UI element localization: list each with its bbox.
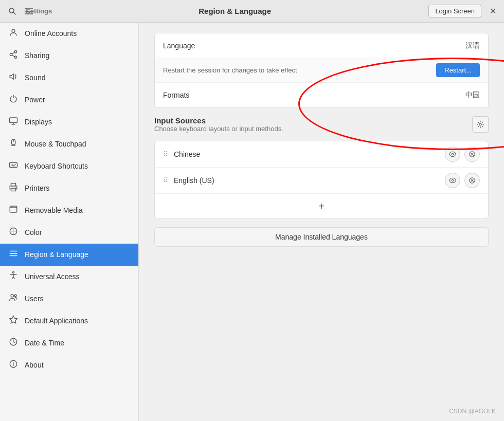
- sidebar-label-users: Users: [25, 295, 44, 303]
- manage-languages-button[interactable]: Manage Installed Languages: [154, 227, 489, 247]
- titlebar: Settings Region & Language Login Screen …: [0, 0, 504, 23]
- sidebar-item-sound[interactable]: Sound: [0, 67, 138, 89]
- sidebar-item-displays[interactable]: Displays: [0, 111, 138, 133]
- restart-row: Restart the session for changes to take …: [155, 58, 488, 83]
- sidebar-item-power[interactable]: Power: [0, 89, 138, 111]
- sharing-icon: [8, 50, 19, 61]
- sidebar-label-sharing: Sharing: [25, 51, 49, 60]
- sidebar-label-default-applications: Default Applications: [25, 317, 88, 325]
- svg-point-37: [479, 123, 481, 125]
- svg-marker-11: [10, 74, 14, 80]
- sidebar-item-printers[interactable]: Printers: [0, 177, 138, 199]
- sidebar-label-region-language: Region & Language: [25, 250, 88, 259]
- drag-handle-english[interactable]: ⠿: [163, 177, 168, 184]
- input-sources-subtitle: Choose keyboard layouts or input methods…: [154, 125, 472, 133]
- svg-point-38: [452, 153, 454, 155]
- language-card: Language 汉语 Restart the session for chan…: [154, 33, 489, 108]
- svg-point-8: [14, 56, 17, 59]
- svg-line-10: [12, 55, 15, 57]
- sound-icon: [8, 72, 19, 83]
- default-apps-icon: [8, 315, 19, 326]
- input-source-row-english: ⠿ English (US): [155, 168, 488, 194]
- svg-rect-24: [11, 188, 16, 191]
- input-sources-header: Input Sources Choose keyboard layouts or…: [154, 116, 489, 137]
- input-source-row-chinese: ⠿ Chinese: [155, 141, 488, 168]
- preview-english-button[interactable]: [445, 173, 460, 188]
- restart-text: Restart the session for changes to take …: [163, 66, 430, 74]
- sidebar-item-about[interactable]: About: [0, 354, 138, 376]
- sidebar-item-default-applications[interactable]: Default Applications: [0, 310, 138, 332]
- sidebar-label-online-accounts: Online Accounts: [25, 29, 77, 38]
- svg-point-5: [12, 29, 15, 32]
- mouse-icon: [8, 138, 19, 150]
- input-sources-header-container: Input Sources Choose keyboard layouts or…: [154, 116, 489, 137]
- close-icon-chinese: [469, 151, 476, 158]
- sidebar-label-universal-access: Universal Access: [25, 272, 80, 281]
- sidebar-item-sharing[interactable]: Sharing: [0, 45, 138, 67]
- sidebar-label-printers: Printers: [25, 184, 49, 192]
- formats-value: 中国: [465, 90, 480, 100]
- sidebar-item-color[interactable]: Color: [0, 222, 138, 244]
- svg-point-6: [14, 51, 17, 53]
- remove-english-button[interactable]: [464, 173, 480, 188]
- eye-icon-chinese: [449, 151, 456, 158]
- search-button[interactable]: [4, 3, 21, 20]
- sidebar-item-keyboard-shortcuts[interactable]: Keyboard Shortcuts: [0, 155, 138, 177]
- sidebar-item-region-language[interactable]: Region & Language: [0, 244, 138, 266]
- eye-icon-english: [449, 177, 456, 184]
- formats-row: Formats 中国: [155, 83, 488, 107]
- content-area: Language 汉语 Restart the session for chan…: [139, 23, 504, 421]
- sidebar-item-removable-media[interactable]: Removable Media: [0, 199, 138, 222]
- gear-icon: [476, 120, 484, 129]
- svg-rect-12: [10, 118, 17, 123]
- add-input-source-button[interactable]: +: [313, 198, 330, 214]
- svg-point-7: [10, 53, 12, 56]
- preview-chinese-button[interactable]: [445, 147, 460, 162]
- watermark: CSDN @AGOLK: [449, 408, 496, 415]
- language-row: Language 汉语: [155, 33, 488, 58]
- window-title: Region & Language: [199, 7, 271, 15]
- sidebar-label-color: Color: [25, 228, 42, 236]
- sidebar-label-about: About: [25, 361, 44, 369]
- language-label: Language: [163, 42, 465, 50]
- input-sources-gear-button[interactable]: [472, 116, 489, 133]
- input-sources-title: Input Sources: [154, 116, 472, 125]
- svg-marker-32: [10, 316, 17, 323]
- about-icon: [8, 359, 19, 371]
- sidebar-item-universal-access[interactable]: Universal Access: [0, 266, 138, 288]
- add-row: +: [155, 194, 488, 218]
- sidebar-item-date-time[interactable]: Date & Time: [0, 332, 138, 354]
- sidebar-label-displays: Displays: [25, 118, 52, 126]
- input-source-name-english: English (US): [174, 176, 441, 185]
- svg-point-27: [12, 207, 13, 208]
- keyboard-icon: [8, 160, 19, 172]
- remove-chinese-button[interactable]: [464, 147, 480, 162]
- search-icon: [8, 7, 16, 15]
- svg-point-31: [14, 295, 16, 297]
- svg-point-29: [13, 272, 14, 273]
- sidebar-label-power: Power: [25, 96, 45, 104]
- login-screen-button[interactable]: Login Screen: [428, 5, 481, 17]
- svg-point-36: [13, 362, 14, 363]
- sidebar-item-mouse-touchpad[interactable]: Mouse & Touchpad: [0, 133, 138, 155]
- restart-button[interactable]: Restart...: [436, 63, 480, 77]
- svg-line-1: [13, 12, 15, 14]
- sidebar-item-online-accounts[interactable]: Online Accounts: [0, 23, 138, 45]
- language-value: 汉语: [465, 41, 480, 50]
- input-source-name-chinese: Chinese: [174, 150, 441, 158]
- sidebar-label-date-time: Date & Time: [25, 339, 64, 347]
- drag-handle-chinese[interactable]: ⠿: [163, 151, 168, 158]
- main-layout: Online Accounts Sharing Sound Power Disp…: [0, 23, 504, 421]
- removable-media-icon: [8, 205, 19, 216]
- svg-line-9: [12, 52, 15, 54]
- color-icon: [8, 227, 19, 238]
- app-name: Settings: [26, 7, 52, 15]
- svg-rect-17: [10, 163, 17, 168]
- sidebar-label-keyboard: Keyboard Shortcuts: [25, 162, 88, 170]
- users-icon: [8, 293, 19, 304]
- universal-access-icon: [8, 271, 19, 282]
- close-button[interactable]: ✕: [485, 4, 500, 19]
- sidebar-item-users[interactable]: Users: [0, 288, 138, 310]
- printer-icon: [8, 182, 19, 194]
- region-language-icon: [8, 249, 19, 260]
